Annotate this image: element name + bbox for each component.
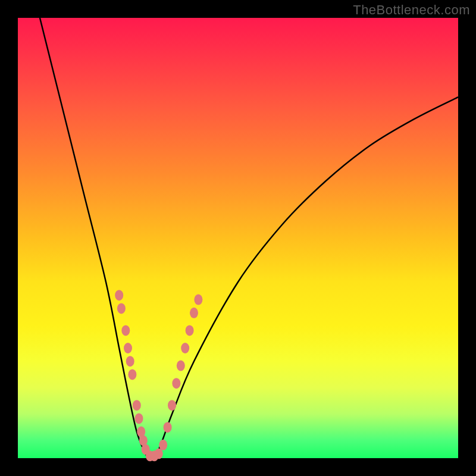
marker-point: [128, 369, 136, 380]
marker-point: [126, 356, 134, 367]
marker-point: [133, 400, 141, 411]
curve-layer: [18, 18, 458, 458]
marker-point: [155, 449, 163, 459]
marker-point: [177, 361, 185, 371]
marker-point: [115, 290, 123, 300]
plot-area: [18, 18, 458, 458]
marker-point: [172, 378, 180, 389]
watermark-text: TheBottleneck.com: [353, 2, 470, 18]
marker-point: [159, 440, 167, 450]
marker-point: [186, 325, 194, 336]
marker-point: [124, 343, 132, 353]
marker-point: [190, 308, 198, 318]
marker-point: [168, 400, 176, 411]
bottleneck-curve: [40, 18, 458, 458]
marker-point: [117, 303, 126, 314]
marker-point: [164, 422, 172, 433]
highlighted-points: [115, 290, 202, 461]
marker-point: [194, 295, 202, 305]
marker-point: [135, 413, 143, 424]
chart-frame: TheBottleneck.com: [0, 0, 476, 476]
marker-point: [121, 325, 130, 336]
marker-point: [181, 343, 189, 353]
